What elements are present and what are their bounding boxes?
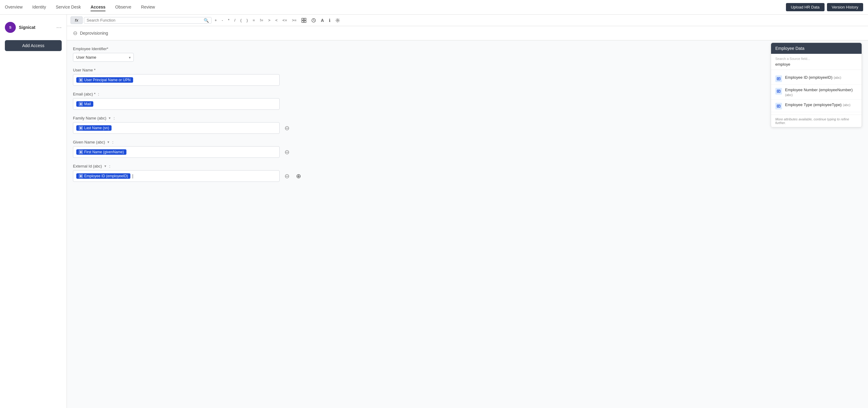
given-name-input-row[interactable]: ■ First Name (givenName) [73, 146, 280, 158]
given-name-pill-icon: ■ [79, 150, 83, 154]
employee-panel-footer: More attributes available, continue typi… [771, 115, 862, 127]
fx-button[interactable]: fx [70, 17, 83, 24]
section-header: ⊖ Deprovisioning [67, 26, 868, 40]
username-pill[interactable]: ■ User Principal Name or UPN [76, 77, 133, 83]
op-equals[interactable]: = [251, 17, 257, 24]
external-id-pill-icon: ■ [79, 174, 83, 178]
formula-toolbar: fx 🔍 + - * / ( ) = != > < <= >= [67, 14, 868, 26]
employee-panel-item-2-type: (abc) [843, 103, 850, 107]
main-content: ⊖ Deprovisioning Employee Identifier* Us… [67, 26, 868, 408]
external-id-group: External Id (abc) ▼ : ■ Employee ID (emp… [73, 164, 862, 182]
employee-panel-search-area: Search a Source field... [771, 54, 862, 70]
upload-hr-data-button[interactable]: Upload HR Data [786, 3, 825, 11]
search-function-box: 🔍 [84, 17, 212, 24]
op-divide[interactable]: / [232, 17, 237, 24]
form-body: Employee Identifier* User Name ▼ User Na… [67, 40, 868, 194]
op-plus[interactable]: + [213, 17, 219, 24]
employee-panel-item-0[interactable]: Employee ID (employeeID) (abc) [771, 72, 862, 85]
op-not-equals[interactable]: != [258, 17, 265, 24]
employee-identifier-select[interactable]: User Name [73, 53, 134, 62]
search-function-input[interactable] [87, 18, 203, 23]
employee-data-panel: Employee Data Search a Source field... E… [771, 42, 862, 127]
cursor-bar: | [132, 174, 133, 178]
op-open-paren[interactable]: ( [239, 17, 243, 24]
username-label: User Name * [73, 68, 862, 72]
add-access-button[interactable]: Add Access [5, 40, 62, 51]
given-name-chevron-icon[interactable]: ▼ [107, 141, 110, 144]
nav-service-desk[interactable]: Service Desk [56, 3, 81, 11]
text-format-icon[interactable]: A [319, 17, 326, 24]
sidebar-more-icon[interactable]: ⋯ [56, 24, 62, 31]
employee-identifier-label: Employee Identifier* [73, 47, 862, 51]
nav-overview[interactable]: Overview [5, 3, 23, 11]
nav-identity[interactable]: Identity [32, 3, 46, 11]
given-name-row-action: ■ First Name (givenName) ⊖ [73, 146, 862, 158]
email-label: Email (abc) * : [73, 92, 862, 96]
employee-panel-header: Employee Data [771, 43, 862, 54]
svg-point-7 [337, 20, 338, 21]
op-minus[interactable]: - [220, 17, 225, 24]
external-id-input-row[interactable]: ■ Employee ID (employeeID) | [73, 170, 280, 182]
username-group: User Name * ■ User Principal Name or UPN [73, 68, 862, 86]
svg-rect-11 [777, 90, 780, 92]
email-group: Email (abc) * : ■ Mail [73, 92, 862, 110]
family-name-input-row[interactable]: ■ Last Name (sn) [73, 122, 280, 134]
op-less[interactable]: < [274, 17, 280, 24]
op-less-equals[interactable]: <= [281, 17, 289, 24]
employee-panel-item-1-text: Employee Number (employeeNumber) (abc) [785, 87, 857, 97]
email-pill[interactable]: ■ Mail [76, 101, 93, 107]
employee-panel-item-2-name: Employee Type (employeeType) [785, 103, 842, 107]
employee-panel-item-1[interactable]: Employee Number (employeeNumber) (abc) [771, 85, 862, 100]
op-greater-equals[interactable]: >= [290, 17, 299, 24]
employee-panel-search-input[interactable] [775, 62, 857, 66]
employee-number-icon [775, 88, 782, 94]
op-multiply[interactable]: * [226, 17, 231, 24]
username-input-row[interactable]: ■ User Principal Name or UPN [73, 74, 280, 86]
section-title-label: Deprovisioning [80, 31, 108, 35]
main-layout: S Signicat ⋯ Add Access fx 🔍 + - * / ( )… [0, 14, 868, 408]
logo-name-label: Signicat [19, 25, 35, 30]
external-id-pill[interactable]: ■ Employee ID (employeeID) [76, 173, 130, 179]
family-name-chevron-icon[interactable]: ▼ [108, 116, 111, 120]
employee-type-icon [775, 103, 782, 110]
given-name-pill[interactable]: ■ First Name (givenName) [76, 149, 126, 155]
svg-rect-8 [777, 78, 780, 80]
employee-panel-item-2[interactable]: Employee Type (employeeType) (abc) [771, 100, 862, 112]
nav-right-actions: Upload HR Data Version History [786, 3, 863, 11]
add-external-id-button[interactable]: ⊕ [294, 172, 303, 180]
sidebar-logo-area: S Signicat ⋯ [0, 20, 67, 38]
grid-icon[interactable] [300, 17, 308, 24]
remove-family-name-button[interactable]: ⊖ [283, 124, 291, 132]
employee-id-icon [775, 76, 782, 82]
employee-panel-item-2-text: Employee Type (employeeType) (abc) [785, 102, 857, 107]
remove-given-name-button[interactable]: ⊖ [283, 148, 291, 156]
external-id-chevron-icon[interactable]: ▼ [104, 165, 107, 168]
employee-panel-item-1-type: (abc) [785, 93, 793, 97]
collapse-section-icon[interactable]: ⊖ [73, 30, 78, 36]
logo-icon: S [5, 22, 16, 33]
employee-panel-item-0-name: Employee ID (employeeID) [785, 75, 832, 80]
nav-access[interactable]: Access [91, 3, 105, 11]
svg-rect-1 [304, 18, 306, 20]
op-greater[interactable]: > [266, 17, 272, 24]
employee-identifier-select-wrap: User Name ▼ [73, 53, 134, 62]
svg-rect-3 [304, 21, 306, 23]
info-icon[interactable]: ℹ [327, 17, 332, 24]
remove-external-id-button[interactable]: ⊖ [283, 172, 291, 180]
op-close-paren[interactable]: ) [245, 17, 250, 24]
clock-icon[interactable] [309, 17, 318, 24]
family-name-pill-icon: ■ [79, 126, 83, 130]
external-id-row-action: ■ Employee ID (employeeID) | ⊖ ⊕ [73, 170, 862, 182]
nav-observe[interactable]: Observe [115, 3, 131, 11]
version-history-button[interactable]: Version History [827, 3, 863, 11]
settings-icon[interactable] [333, 17, 342, 24]
search-icon[interactable]: 🔍 [204, 18, 209, 23]
given-name-group: Given Name (abc) ▼ : ■ First Name (given… [73, 140, 862, 158]
family-name-row-action: ■ Last Name (sn) ⊖ [73, 122, 862, 134]
nav-review[interactable]: Review [141, 3, 155, 11]
main-area: fx 🔍 + - * / ( ) = != > < <= >= [67, 14, 868, 408]
email-pill-icon: ■ [79, 102, 83, 106]
svg-rect-2 [302, 21, 304, 23]
email-input-row[interactable]: ■ Mail [73, 98, 280, 110]
family-name-pill[interactable]: ■ Last Name (sn) [76, 125, 112, 131]
